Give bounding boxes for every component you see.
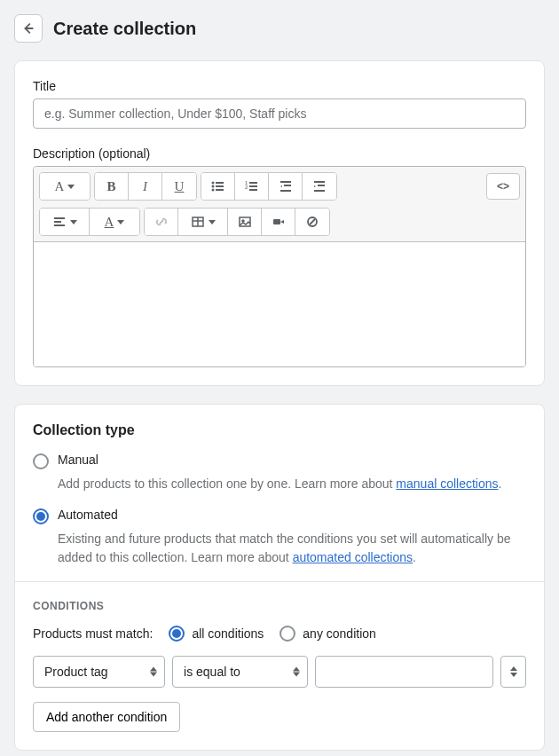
match-all-option[interactable]: all conditions — [169, 625, 264, 642]
radio-icon — [33, 453, 49, 469]
rte-align-button[interactable] — [40, 209, 90, 235]
rte-clear-button[interactable] — [295, 209, 329, 235]
svg-rect-5 — [216, 189, 224, 191]
svg-rect-16 — [314, 190, 325, 192]
collection-type-manual-option[interactable]: Manual — [33, 453, 526, 469]
svg-rect-11 — [280, 181, 291, 183]
rte-paragraph-style-button[interactable]: A — [40, 173, 90, 200]
link-icon — [154, 215, 169, 229]
rte-toolbar: A B I U 12 <> — [34, 167, 525, 242]
rte-underline-button[interactable]: U — [162, 173, 196, 200]
title-label: Title — [33, 79, 526, 93]
rte-color-button[interactable]: A — [90, 209, 139, 235]
collection-type-automated-option[interactable]: Automated — [33, 508, 526, 524]
svg-rect-3 — [216, 182, 224, 184]
match-all-label: all conditions — [192, 626, 264, 641]
collection-type-card: Collection type Manual Add products to t… — [14, 404, 545, 751]
svg-line-27 — [310, 219, 315, 224]
indent-icon — [312, 179, 327, 193]
condition-value-input[interactable] — [315, 656, 493, 688]
rte-bullet-list-button[interactable] — [201, 173, 235, 200]
clear-format-icon — [305, 215, 319, 229]
automated-help-text: Existing and future products that match … — [58, 530, 526, 567]
rte-table-button[interactable] — [178, 209, 228, 235]
svg-rect-10 — [249, 189, 257, 191]
svg-rect-25 — [273, 219, 280, 224]
rte-html-button[interactable]: <> — [486, 173, 520, 200]
match-any-label: any condition — [303, 626, 376, 641]
rte-outdent-button[interactable] — [269, 173, 303, 200]
manual-help-text: Add products to this collection one by o… — [58, 475, 526, 493]
condition-operator-select[interactable]: is equal to — [172, 656, 308, 688]
manual-collections-link[interactable]: manual collections — [396, 476, 498, 491]
svg-rect-13 — [280, 190, 291, 192]
rte-numbered-list-button[interactable]: 12 — [235, 173, 269, 200]
image-icon — [238, 215, 252, 229]
arrow-left-icon — [20, 20, 36, 36]
title-description-card: Title Description (optional) A B I U 12 — [14, 60, 545, 386]
bullet-list-icon — [211, 179, 225, 193]
select-caret-icon — [150, 667, 157, 677]
numbered-list-icon: 12 — [245, 179, 259, 193]
automated-collections-link[interactable]: automated collections — [293, 550, 413, 564]
svg-rect-17 — [54, 217, 65, 219]
title-input[interactable] — [33, 98, 526, 129]
rte-content-area[interactable] — [34, 242, 525, 366]
back-button[interactable] — [14, 14, 43, 43]
conditions-heading: CONDITIONS — [33, 600, 526, 612]
svg-point-1 — [211, 185, 214, 188]
rte-bold-button[interactable]: B — [95, 173, 129, 200]
condition-action-button[interactable] — [500, 656, 526, 688]
rte-link-button[interactable] — [145, 209, 178, 235]
svg-point-0 — [211, 182, 214, 185]
svg-rect-8 — [249, 182, 257, 184]
match-any-option[interactable]: any condition — [280, 625, 376, 642]
rte-image-button[interactable] — [228, 209, 262, 235]
svg-rect-14 — [314, 181, 325, 183]
svg-text:2: 2 — [245, 185, 248, 190]
automated-label: Automated — [58, 508, 118, 522]
align-icon — [52, 215, 67, 229]
rich-text-editor: A B I U 12 <> — [33, 166, 526, 367]
svg-rect-4 — [216, 185, 224, 187]
condition-field-select[interactable]: Product tag — [33, 656, 165, 688]
radio-icon — [280, 626, 295, 642]
match-label: Products must match: — [33, 626, 153, 641]
table-icon — [191, 215, 205, 229]
condition-row: Product tag is equal to — [33, 656, 526, 688]
page-title: Create collection — [53, 19, 196, 39]
radio-icon — [169, 626, 185, 642]
add-condition-button[interactable]: Add another condition — [33, 702, 180, 732]
rte-italic-button[interactable]: I — [129, 173, 162, 200]
svg-point-2 — [211, 189, 214, 192]
radio-icon — [33, 508, 49, 524]
svg-rect-15 — [318, 185, 325, 186]
description-label: Description (optional) — [33, 146, 526, 161]
manual-label: Manual — [58, 453, 98, 467]
collection-type-heading: Collection type — [33, 422, 526, 438]
svg-rect-19 — [54, 224, 65, 226]
video-icon — [272, 215, 286, 229]
svg-point-24 — [242, 220, 244, 222]
svg-rect-9 — [249, 185, 257, 187]
svg-rect-12 — [284, 185, 291, 186]
select-caret-icon — [510, 666, 517, 677]
outdent-icon — [279, 179, 293, 193]
select-caret-icon — [293, 667, 300, 677]
rte-video-button[interactable] — [262, 209, 295, 235]
rte-indent-button[interactable] — [303, 173, 336, 200]
svg-rect-18 — [54, 221, 61, 223]
